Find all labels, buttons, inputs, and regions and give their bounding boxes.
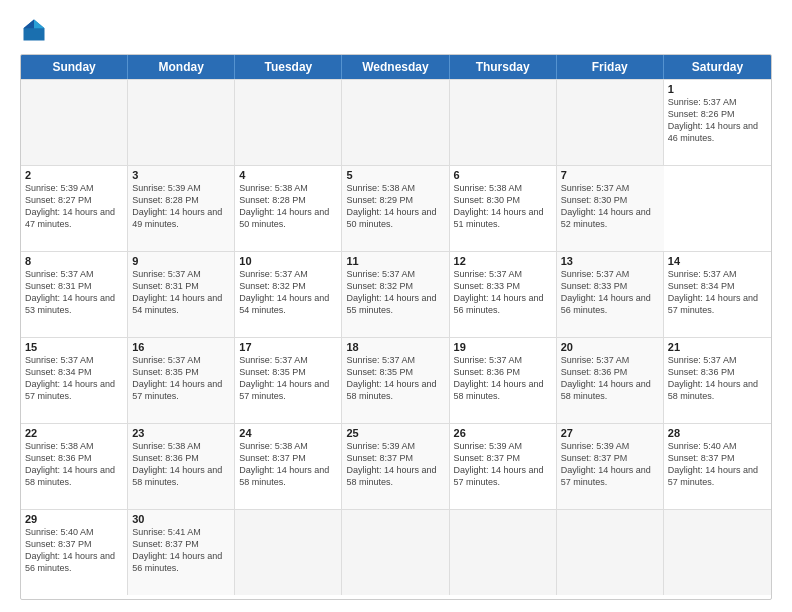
table-row: 2 Sunrise: 5:39 AM Sunset: 8:27 PM Dayli… <box>21 166 128 251</box>
table-row: 22 Sunrise: 5:38 AM Sunset: 8:36 PM Dayl… <box>21 424 128 509</box>
cell-info: Sunrise: 5:37 AM Sunset: 8:36 PM Dayligh… <box>561 354 659 403</box>
calendar: SundayMondayTuesdayWednesdayThursdayFrid… <box>20 54 772 600</box>
table-row <box>235 510 342 595</box>
table-row: 5 Sunrise: 5:38 AM Sunset: 8:29 PM Dayli… <box>342 166 449 251</box>
table-row: 23 Sunrise: 5:38 AM Sunset: 8:36 PM Dayl… <box>128 424 235 509</box>
calendar-row-2: 2 Sunrise: 5:39 AM Sunset: 8:27 PM Dayli… <box>21 165 771 251</box>
table-row <box>342 80 449 165</box>
cell-info: Sunrise: 5:39 AM Sunset: 8:37 PM Dayligh… <box>346 440 444 489</box>
header-day-sunday: Sunday <box>21 55 128 79</box>
cell-info: Sunrise: 5:37 AM Sunset: 8:33 PM Dayligh… <box>561 268 659 317</box>
day-number: 6 <box>454 169 552 181</box>
logo-icon <box>20 16 48 44</box>
table-row <box>450 80 557 165</box>
table-row: 17 Sunrise: 5:37 AM Sunset: 8:35 PM Dayl… <box>235 338 342 423</box>
header-day-monday: Monday <box>128 55 235 79</box>
day-number: 18 <box>346 341 444 353</box>
cell-info: Sunrise: 5:37 AM Sunset: 8:34 PM Dayligh… <box>25 354 123 403</box>
day-number: 28 <box>668 427 767 439</box>
table-row: 10 Sunrise: 5:37 AM Sunset: 8:32 PM Dayl… <box>235 252 342 337</box>
day-number: 24 <box>239 427 337 439</box>
header-day-friday: Friday <box>557 55 664 79</box>
header-day-thursday: Thursday <box>450 55 557 79</box>
calendar-row-4: 15 Sunrise: 5:37 AM Sunset: 8:34 PM Dayl… <box>21 337 771 423</box>
day-number: 7 <box>561 169 660 181</box>
day-number: 26 <box>454 427 552 439</box>
day-number: 2 <box>25 169 123 181</box>
table-row: 20 Sunrise: 5:37 AM Sunset: 8:36 PM Dayl… <box>557 338 664 423</box>
cell-info: Sunrise: 5:37 AM Sunset: 8:30 PM Dayligh… <box>561 182 660 231</box>
cell-info: Sunrise: 5:38 AM Sunset: 8:36 PM Dayligh… <box>25 440 123 489</box>
table-row <box>557 510 664 595</box>
cell-info: Sunrise: 5:38 AM Sunset: 8:37 PM Dayligh… <box>239 440 337 489</box>
day-number: 17 <box>239 341 337 353</box>
cell-info: Sunrise: 5:37 AM Sunset: 8:32 PM Dayligh… <box>239 268 337 317</box>
header-day-saturday: Saturday <box>664 55 771 79</box>
cell-info: Sunrise: 5:39 AM Sunset: 8:37 PM Dayligh… <box>454 440 552 489</box>
cell-info: Sunrise: 5:37 AM Sunset: 8:35 PM Dayligh… <box>346 354 444 403</box>
table-row: 4 Sunrise: 5:38 AM Sunset: 8:28 PM Dayli… <box>235 166 342 251</box>
table-row: 24 Sunrise: 5:38 AM Sunset: 8:37 PM Dayl… <box>235 424 342 509</box>
day-number: 30 <box>132 513 230 525</box>
cell-info: Sunrise: 5:39 AM Sunset: 8:37 PM Dayligh… <box>561 440 659 489</box>
day-number: 13 <box>561 255 659 267</box>
table-row: 15 Sunrise: 5:37 AM Sunset: 8:34 PM Dayl… <box>21 338 128 423</box>
page: SundayMondayTuesdayWednesdayThursdayFrid… <box>0 0 792 612</box>
calendar-body: 1 Sunrise: 5:37 AM Sunset: 8:26 PM Dayli… <box>21 79 771 595</box>
table-row: 14 Sunrise: 5:37 AM Sunset: 8:34 PM Dayl… <box>664 252 771 337</box>
cell-info: Sunrise: 5:37 AM Sunset: 8:31 PM Dayligh… <box>132 268 230 317</box>
table-row: 26 Sunrise: 5:39 AM Sunset: 8:37 PM Dayl… <box>450 424 557 509</box>
day-number: 20 <box>561 341 659 353</box>
svg-marker-1 <box>34 20 45 29</box>
table-row: 27 Sunrise: 5:39 AM Sunset: 8:37 PM Dayl… <box>557 424 664 509</box>
day-number: 25 <box>346 427 444 439</box>
day-number: 15 <box>25 341 123 353</box>
calendar-row-6: 29 Sunrise: 5:40 AM Sunset: 8:37 PM Dayl… <box>21 509 771 595</box>
cell-info: Sunrise: 5:37 AM Sunset: 8:35 PM Dayligh… <box>132 354 230 403</box>
cell-info: Sunrise: 5:40 AM Sunset: 8:37 PM Dayligh… <box>668 440 767 489</box>
cell-info: Sunrise: 5:38 AM Sunset: 8:28 PM Dayligh… <box>239 182 337 231</box>
table-row: 16 Sunrise: 5:37 AM Sunset: 8:35 PM Dayl… <box>128 338 235 423</box>
header <box>20 16 772 44</box>
day-number: 19 <box>454 341 552 353</box>
table-row <box>664 510 771 595</box>
table-row: 9 Sunrise: 5:37 AM Sunset: 8:31 PM Dayli… <box>128 252 235 337</box>
cell-info: Sunrise: 5:37 AM Sunset: 8:34 PM Dayligh… <box>668 268 767 317</box>
cell-info: Sunrise: 5:37 AM Sunset: 8:33 PM Dayligh… <box>454 268 552 317</box>
table-row: 29 Sunrise: 5:40 AM Sunset: 8:37 PM Dayl… <box>21 510 128 595</box>
table-row: 11 Sunrise: 5:37 AM Sunset: 8:32 PM Dayl… <box>342 252 449 337</box>
cell-info: Sunrise: 5:37 AM Sunset: 8:26 PM Dayligh… <box>668 96 767 145</box>
day-number: 9 <box>132 255 230 267</box>
header-day-wednesday: Wednesday <box>342 55 449 79</box>
day-number: 11 <box>346 255 444 267</box>
table-row <box>342 510 449 595</box>
day-number: 5 <box>346 169 444 181</box>
header-day-tuesday: Tuesday <box>235 55 342 79</box>
table-row: 18 Sunrise: 5:37 AM Sunset: 8:35 PM Dayl… <box>342 338 449 423</box>
cell-info: Sunrise: 5:39 AM Sunset: 8:27 PM Dayligh… <box>25 182 123 231</box>
table-row: 30 Sunrise: 5:41 AM Sunset: 8:37 PM Dayl… <box>128 510 235 595</box>
day-number: 16 <box>132 341 230 353</box>
day-number: 29 <box>25 513 123 525</box>
day-number: 4 <box>239 169 337 181</box>
day-number: 3 <box>132 169 230 181</box>
svg-marker-2 <box>24 20 35 29</box>
day-number: 1 <box>668 83 767 95</box>
table-row <box>21 80 128 165</box>
table-row: 19 Sunrise: 5:37 AM Sunset: 8:36 PM Dayl… <box>450 338 557 423</box>
cell-info: Sunrise: 5:38 AM Sunset: 8:36 PM Dayligh… <box>132 440 230 489</box>
calendar-header: SundayMondayTuesdayWednesdayThursdayFrid… <box>21 55 771 79</box>
cell-info: Sunrise: 5:37 AM Sunset: 8:36 PM Dayligh… <box>454 354 552 403</box>
table-row: 28 Sunrise: 5:40 AM Sunset: 8:37 PM Dayl… <box>664 424 771 509</box>
calendar-row-1: 1 Sunrise: 5:37 AM Sunset: 8:26 PM Dayli… <box>21 79 771 165</box>
table-row: 8 Sunrise: 5:37 AM Sunset: 8:31 PM Dayli… <box>21 252 128 337</box>
day-number: 12 <box>454 255 552 267</box>
cell-info: Sunrise: 5:37 AM Sunset: 8:35 PM Dayligh… <box>239 354 337 403</box>
table-row <box>450 510 557 595</box>
table-row: 21 Sunrise: 5:37 AM Sunset: 8:36 PM Dayl… <box>664 338 771 423</box>
table-row: 3 Sunrise: 5:39 AM Sunset: 8:28 PM Dayli… <box>128 166 235 251</box>
table-row <box>235 80 342 165</box>
cell-info: Sunrise: 5:39 AM Sunset: 8:28 PM Dayligh… <box>132 182 230 231</box>
day-number: 8 <box>25 255 123 267</box>
day-number: 10 <box>239 255 337 267</box>
